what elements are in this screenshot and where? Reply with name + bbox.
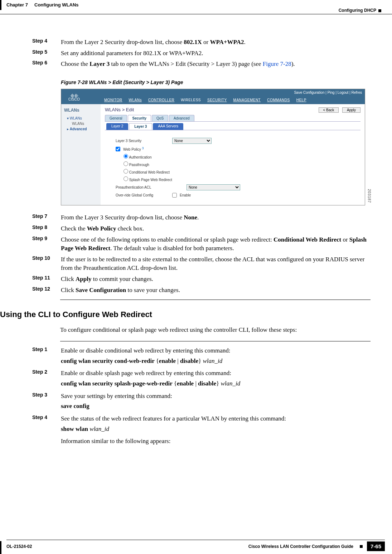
step-4: Step 4 From the Layer 2 Security drop-do… — [32, 38, 371, 47]
nav-controller[interactable]: CONTROLLER — [148, 98, 174, 102]
tab-qos[interactable]: QoS — [152, 115, 168, 121]
web-policy-label: Web Policy 3 — [123, 146, 144, 151]
tab-security[interactable]: Security — [128, 115, 151, 121]
override-global-checkbox[interactable] — [172, 193, 177, 198]
layer3-security-select[interactable]: None — [172, 138, 212, 144]
ss-sidebar: WLANs ▾ WLANs WLANs ▸ Advanced — [61, 104, 101, 205]
nav-wireless[interactable]: WIRELESS — [181, 98, 201, 102]
cisco-logo: ·ı|ı·ı|ı· CISCO — [68, 93, 80, 101]
step-text: Check the Web Policy check box. — [61, 224, 371, 233]
cli-step-4: Step 4 See the status of the web redirec… — [32, 414, 371, 447]
nav-monitor[interactable]: MONITOR — [104, 98, 122, 102]
radio-passthrough-label: Passthrough — [129, 163, 149, 167]
tab-advanced[interactable]: Advanced — [169, 115, 194, 121]
nav-management[interactable]: MANAGEMENT — [233, 98, 261, 102]
step-5: Step 5 Set any additional parameters for… — [32, 49, 371, 58]
tab-row: General Security QoS Advanced — [105, 115, 360, 122]
cli-step-3: Step 3 Save your settings by entering th… — [32, 392, 371, 412]
step-label: Step 4 — [32, 414, 61, 447]
preauth-acl-select[interactable]: None — [187, 184, 240, 190]
web-policy-footnote[interactable]: 3 — [142, 146, 144, 150]
tab-general[interactable]: General — [105, 115, 127, 121]
step-text: Save your settings by entering this comm… — [61, 392, 371, 412]
nav-commands[interactable]: COMMANDS — [267, 98, 290, 102]
step-8: Step 8 Check the Web Policy check box. — [32, 224, 371, 233]
page-number: 7-65 — [367, 541, 385, 551]
radio-conditional-label: Conditional Web Redirect — [129, 170, 170, 174]
step-6: Step 6 Choose the Layer 3 tab to open th… — [32, 60, 371, 69]
step-text: If the user is to be redirected to a sit… — [61, 255, 371, 273]
sidebar-item-advanced[interactable]: ▸ Advanced — [64, 126, 98, 132]
step-text: From the Layer 3 Security drop-down list… — [61, 213, 371, 222]
sidebar-title: WLANs — [64, 108, 98, 113]
footer-accent-bar — [0, 541, 1, 554]
footer-square-icon — [360, 545, 363, 548]
cli-step-2: Step 2 Enable or disable splash page web… — [32, 369, 371, 389]
nav-security[interactable]: SECURITY — [207, 98, 227, 102]
radio-conditional[interactable] — [124, 169, 128, 174]
step-label: Step 6 — [32, 60, 61, 69]
back-button[interactable]: < Back — [319, 107, 339, 113]
step-label: Step 9 — [32, 235, 61, 253]
step-label: Step 4 — [32, 38, 61, 47]
step-label: Step 7 — [32, 213, 61, 222]
step-7: Step 7 From the Layer 3 Security drop-do… — [32, 213, 371, 222]
step-text: Choose one of the following options to e… — [61, 235, 371, 253]
chapter-number: Chapter 7 — [6, 2, 28, 8]
radio-authentication-label: Authentication — [129, 155, 151, 159]
step-label: Step 8 — [32, 224, 61, 233]
layer3-security-label: Layer 3 Security — [116, 139, 169, 143]
page-content: Step 4 From the Layer 2 Security drop-do… — [0, 14, 392, 447]
guide-title: Cisco Wireless LAN Controller Configurat… — [248, 544, 353, 549]
step-text: Enable or disable conditional web redire… — [61, 346, 371, 367]
subtab-row: Layer 2 Layer 3 AAA Servers — [105, 123, 360, 130]
step-12: Step 12 Click Save Configuration to save… — [32, 286, 371, 295]
page-footer: OL-21524-02 Cisco Wireless LAN Controlle… — [6, 540, 385, 551]
figure-caption: Figure 7-28 WLANs > Edit (Security > Lay… — [61, 79, 371, 85]
ss-utility-links[interactable]: Save Configuration | Ping | Logout | Ref… — [294, 91, 362, 94]
procedure-start-rule — [60, 341, 371, 341]
web-policy-checkbox[interactable] — [116, 147, 120, 151]
step-text: Click Apply to commit your changes. — [61, 275, 371, 284]
chapter-title: Configuring WLANs — [34, 2, 78, 8]
step-text: Set any additional parameters for 802.1X… — [61, 49, 371, 58]
apply-button[interactable]: Apply — [342, 107, 360, 113]
procedure-end-rule — [60, 300, 371, 300]
ss-nav-bar: ·ı|ı·ı|ı· CISCO MONITOR WLANs CONTROLLER… — [61, 96, 365, 104]
step-label: Step 3 — [32, 392, 61, 412]
sidebar-item-wlans[interactable]: ▾ WLANs — [64, 116, 98, 121]
cisco-bars-icon: ·ı|ı·ı|ı· — [68, 93, 80, 98]
step-text: Click Save Configuration to save your ch… — [61, 286, 371, 295]
override-global-label: Over-ride Global Config — [116, 193, 169, 197]
step-label: Step 10 — [32, 255, 61, 273]
figure-id: 203187 — [367, 189, 371, 203]
subtab-layer2[interactable]: Layer 2 — [106, 123, 128, 130]
nav-help[interactable]: HELP — [296, 98, 306, 102]
step-label: Step 1 — [32, 346, 61, 367]
radio-splash-label: Splash Page Web Redirect — [129, 178, 172, 182]
step-label: Step 2 — [32, 369, 61, 389]
radio-passthrough[interactable] — [124, 161, 128, 166]
page-header: Chapter 7 Configuring WLANs Configuring … — [0, 0, 392, 14]
header-accent-bar — [0, 0, 1, 10]
step-label: Step 12 — [32, 286, 61, 295]
sidebar-item-wlans-sub[interactable]: WLANs — [64, 121, 98, 126]
radio-splash[interactable] — [124, 176, 128, 181]
form-area: Layer 3 Security None Web Policy 3 Authe… — [105, 130, 360, 202]
step-text: From the Layer 2 Security drop-down list… — [61, 38, 371, 47]
step-11: Step 11 Click Apply to commit your chang… — [32, 275, 371, 284]
breadcrumb: WLANs > Edit — [105, 107, 134, 112]
cli-heading: Using the CLI to Configure Web Redirect — [0, 310, 371, 319]
step-text: Enable or disable splash page web redire… — [61, 369, 371, 389]
header-square-icon — [378, 9, 381, 12]
figure-link[interactable]: Figure 7-28 — [263, 60, 291, 67]
cli-intro: To configure conditional or splash page … — [60, 326, 371, 335]
radio-authentication[interactable] — [124, 154, 128, 159]
preauth-acl-label: Preauthentication ACL — [116, 185, 184, 189]
subtab-layer3[interactable]: Layer 3 — [129, 123, 152, 130]
nav-wlans[interactable]: WLANs — [129, 98, 142, 102]
subtab-aaa[interactable]: AAA Servers — [153, 123, 183, 130]
embedded-screenshot: Save Configuration | Ping | Logout | Ref… — [61, 89, 365, 205]
step-10: Step 10 If the user is to be redirected … — [32, 255, 371, 273]
ss-main: WLANs > Edit < Back Apply General Securi… — [101, 104, 365, 205]
